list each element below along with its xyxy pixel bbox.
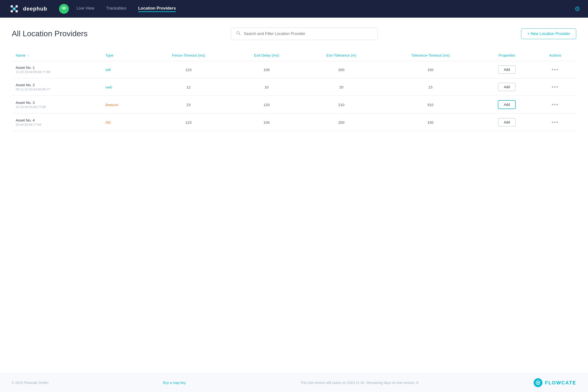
flowcate-brand-text: FLOWCATE	[545, 380, 576, 386]
cell-name-3: Asset No. 4 33:44:55:66:77:88	[12, 114, 102, 131]
col-header-exit-delay: Exit-Delay (ms)	[232, 50, 302, 61]
footer-map-key-link[interactable]: Buy a map key	[163, 381, 186, 385]
nav-location-providers[interactable]: Location Providers	[138, 6, 176, 12]
cell-add-button-1: Add	[480, 78, 534, 96]
cell-actions-2: •••	[534, 96, 576, 114]
cell-type-0: wifi	[102, 61, 145, 78]
col-header-exit-tolerance: Exit-Tolerance (m)	[302, 50, 381, 61]
navbar: deephub Live View Trackables Location Pr…	[0, 0, 588, 18]
cell-exit-tolerance-3: 200	[302, 114, 381, 131]
cell-exit-tolerance-0: 200	[302, 61, 381, 78]
add-button-1[interactable]: Add	[498, 83, 516, 91]
cell-exit-delay-2: 120	[232, 96, 302, 114]
actions-menu-3[interactable]: •••	[552, 119, 558, 125]
cell-tolerance-timeout-0: 150	[381, 61, 480, 78]
svg-point-9	[63, 8, 65, 10]
footer-brand: FLOWCATE	[534, 378, 576, 387]
providers-table: Name ↑ Type Fence-Timeout (ms) Exit-Dela…	[12, 50, 576, 131]
logo-text: deephub	[23, 6, 47, 12]
new-provider-button[interactable]: + New Location Provider	[521, 28, 576, 39]
cell-type-2: ibeacon	[102, 96, 145, 114]
signal-icon	[61, 6, 67, 12]
cell-type-3: rfid	[102, 114, 145, 131]
cell-fence-timeout-0: 123	[145, 61, 232, 78]
logo[interactable]: deephub	[8, 2, 47, 15]
cell-exit-delay-3: 100	[232, 114, 302, 131]
add-button-2[interactable]: Add	[498, 100, 516, 109]
table-row: Asset No. 4 33:44:55:66:77:88 rfid 123 1…	[12, 114, 576, 131]
cell-fence-timeout-3: 123	[145, 114, 232, 131]
main-content: All Location Providers + New Location Pr…	[0, 18, 588, 373]
actions-menu-2[interactable]: •••	[552, 102, 558, 108]
cell-actions-0: •••	[534, 61, 576, 78]
page-title: All Location Providers	[12, 29, 88, 38]
table-header: Name ↑ Type Fence-Timeout (ms) Exit-Dela…	[12, 50, 576, 61]
footer-copyright: © 2023 Flowcate GmbH	[12, 381, 48, 385]
cell-fence-timeout-2: 23	[145, 96, 232, 114]
nav-live-view[interactable]: Live View	[77, 6, 94, 12]
cell-add-button-3: Add	[480, 114, 534, 131]
actions-menu-0[interactable]: •••	[552, 66, 558, 72]
cell-actions-3: •••	[534, 114, 576, 131]
table-body: Asset No. 1 11:22:33:44:55:66:77:88 wifi…	[12, 61, 576, 131]
cell-exit-tolerance-1: 20	[302, 78, 381, 96]
table-row: Asset No. 1 11:22:33:44:55:66:77:88 wifi…	[12, 61, 576, 78]
signal-indicator	[59, 4, 69, 14]
add-button-0[interactable]: Add	[498, 66, 516, 74]
nav-links: Live View Trackables Location Providers	[77, 6, 574, 12]
col-header-fence-timeout: Fence-Timeout (ms)	[145, 50, 232, 61]
nav-trackables[interactable]: Trackables	[106, 6, 126, 12]
cell-tolerance-timeout-3: 150	[381, 114, 480, 131]
cell-name-0: Asset No. 1 11:22:33:44:55:66:77:88	[12, 61, 102, 78]
cell-tolerance-timeout-1: 15	[381, 78, 480, 96]
sort-arrow-icon: ↑	[28, 54, 29, 57]
cell-type-1: uwb	[102, 78, 145, 96]
search-icon	[236, 30, 241, 37]
col-header-name[interactable]: Name ↑	[12, 50, 102, 61]
add-button-3[interactable]: Add	[498, 118, 516, 126]
table-row: Asset No. 3 22:33:44:55:66:77:88 ibeacon…	[12, 96, 576, 114]
flowcate-logo-icon	[534, 378, 542, 387]
svg-point-13	[537, 382, 539, 384]
col-header-properties: Properties	[480, 50, 534, 61]
search-input[interactable]	[244, 32, 373, 36]
actions-menu-1[interactable]: •••	[552, 84, 558, 90]
cell-add-button-2: Add	[480, 96, 534, 114]
footer-trial-text: This trial version will expire on 2023-1…	[300, 381, 419, 385]
cell-tolerance-timeout-2: 510	[381, 96, 480, 114]
cell-name-2: Asset No. 3 22:33:44:55:66:77:88	[12, 96, 102, 114]
search-box[interactable]	[231, 28, 378, 40]
cell-exit-delay-0: 100	[232, 61, 302, 78]
svg-line-11	[239, 34, 240, 35]
cell-exit-delay-1: 10	[232, 78, 302, 96]
cell-add-button-0: Add	[480, 61, 534, 78]
footer: © 2023 Flowcate GmbH Buy a map key This …	[0, 373, 588, 392]
col-header-tolerance-timeout: Tolerance-Timeout (ms)	[381, 50, 480, 61]
cell-actions-1: •••	[534, 78, 576, 96]
cell-exit-tolerance-2: 210	[302, 96, 381, 114]
col-header-type: Type	[102, 50, 145, 61]
table-row: Asset No. 2 00:11:22:33:44:55:66:77 uwb …	[12, 78, 576, 96]
col-header-actions: Actions	[534, 50, 576, 61]
top-bar: All Location Providers + New Location Pr…	[12, 28, 576, 40]
logo-icon	[8, 2, 20, 15]
gear-icon[interactable]: ⚙	[574, 5, 580, 13]
cell-fence-timeout-1: 12	[145, 78, 232, 96]
cell-name-1: Asset No. 2 00:11:22:33:44:55:66:77	[12, 78, 102, 96]
